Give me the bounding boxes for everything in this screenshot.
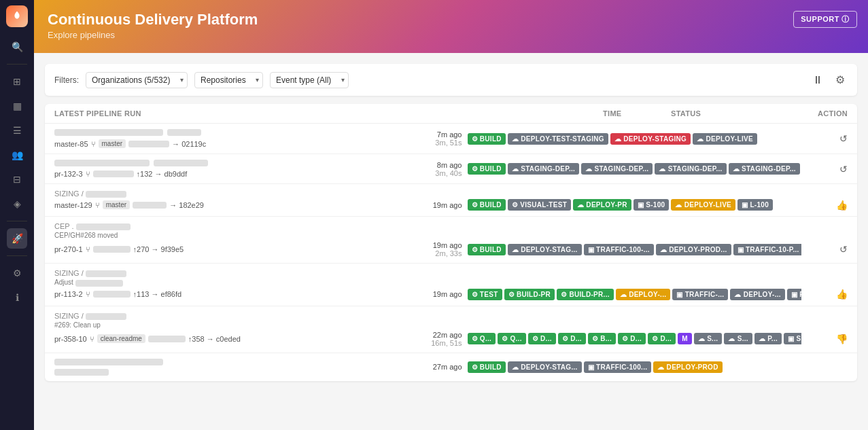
section-label-3: SIZING /: [54, 190, 848, 198]
page-header: Continuous Delivery Platform Explore pip…: [34, 0, 868, 53]
stage-icon: ☁: [659, 165, 665, 173]
stage-staging-dep-1: ☁STAGING-DEP...: [508, 163, 579, 175]
stage-icon: ☁: [577, 201, 584, 209]
row-meta-2: pr-132-3 ⑂ ↑132 → db9ddf: [54, 160, 389, 178]
stage-deploy-test-1: ☁DEPLOY-TEST-STAGING: [508, 133, 608, 145]
stage-icon: ⚙: [472, 201, 478, 209]
commit-2: ↑132 → db9ddf: [137, 170, 188, 178]
stage-deploy-prod-4: ☁DEPLOY-PROD...: [656, 244, 731, 255]
repo-filter[interactable]: Repositories: [194, 72, 263, 88]
section-label-4: CEP .: [54, 222, 848, 230]
stage-traffic-5: ▣TRAFFIC-...: [672, 289, 728, 300]
stage-icon: ☁: [657, 363, 664, 371]
sidebar-divider-3: [7, 255, 27, 256]
table-row: SIZING / master-129 ⑂ master → 182e29 19…: [45, 184, 857, 217]
stage-icon: ▣: [742, 201, 748, 209]
stage-b1-6: ⚙B...: [588, 333, 616, 344]
table-row: 27m ago ⚙BUILD ☁DEPLOY-STAG... ▣TRAFFIC-…: [45, 353, 857, 381]
stage-icon: ⚙: [502, 335, 508, 342]
stage-icon: ⚙: [508, 291, 515, 298]
support-button[interactable]: SUPPORT ⓘ: [793, 11, 857, 28]
repo-id-3: master-129: [54, 201, 92, 209]
stage-d1-6: ⚙D...: [528, 333, 556, 344]
time-col-2: 8m ago 3m, 40s: [394, 161, 462, 177]
row-meta-1: master-85 ⑂ master → 02119c: [54, 129, 389, 148]
branch-info-6: pr-358-10 ⑂ clean-readme ↑358 → c0eded: [54, 334, 389, 343]
repo-name-blur-7: [54, 359, 163, 365]
sidebar-item-settings[interactable]: ⚙: [7, 263, 27, 283]
stage-traffic100-7: ▣TRAFFIC-100...: [584, 361, 652, 373]
repo-id-2: pr-132-3: [54, 170, 83, 178]
sidebar-item-info[interactable]: ℹ: [7, 287, 27, 308]
stages-6: ⚙Q... ⚙Q... ⚙D... ⚙D... ⚙B... ⚙D... ⚙D..…: [468, 333, 802, 344]
sidebar-item-list[interactable]: ☰: [7, 120, 27, 141]
col-time: Time: [603, 109, 671, 118]
section-sub-4: CEP/GH#268 moved: [54, 232, 848, 239]
pause-button[interactable]: ⏸: [810, 71, 826, 89]
sidebar-item-search[interactable]: 🔍: [7, 37, 27, 57]
stage-icon: ☁: [620, 291, 627, 298]
stage-staging-dep-4: ☁STAGING-DEP...: [729, 163, 800, 175]
time-duration-1: 3m, 51s: [394, 139, 462, 147]
row-meta-5: pr-113-2 ⑂ ↑113 → ef86fd: [54, 290, 389, 298]
branch-icon-5: ⑂: [86, 290, 90, 298]
thumbsup-button-3[interactable]: 👍: [836, 200, 848, 211]
section-label-6: SIZING /: [54, 312, 848, 320]
thumbsup-button-5[interactable]: 👍: [836, 289, 848, 300]
refresh-button-4[interactable]: ↺: [839, 244, 848, 255]
stage-icon: ☁: [697, 135, 704, 143]
stage-icon: ▣: [588, 246, 594, 253]
user-blur-4: [93, 246, 131, 253]
event-filter[interactable]: Event type (All): [270, 72, 349, 88]
user-blur-2: [93, 171, 134, 177]
app-logo[interactable]: [6, 5, 28, 27]
branch-icon-3: ⑂: [95, 201, 100, 209]
stage-icon: ▣: [791, 291, 797, 298]
settings-button[interactable]: ⚙: [833, 71, 848, 89]
stage-icon: ⚙: [472, 246, 478, 253]
stage-deploy-live-3: ☁DEPLOY-LIVE: [671, 199, 735, 211]
stage-icon: ☁: [512, 135, 519, 143]
org-filter[interactable]: Organizations (5/532): [86, 72, 188, 88]
sidebar-item-grid[interactable]: ▦: [7, 96, 27, 116]
sidebar-item-rocket[interactable]: 🚀: [7, 228, 27, 249]
sidebar-item-users[interactable]: 👥: [7, 145, 27, 165]
table-row: pr-132-3 ⑂ ↑132 → db9ddf 8m ago 3m, 40s …: [45, 154, 857, 184]
branch-tag-6: clean-readme: [97, 334, 145, 343]
stage-s1-6: ☁S...: [694, 333, 723, 344]
thumbsdown-button-6[interactable]: 👎: [836, 334, 848, 344]
action-col-5: 👍: [807, 289, 848, 300]
stage-icon: ⚙: [512, 201, 518, 209]
stage-icon: ☁: [675, 201, 682, 209]
commit-6: ↑358 → c0eded: [188, 335, 241, 343]
stage-deploy-5b: ☁DEPLOY-...: [730, 289, 785, 300]
branch-tag-3: master: [103, 200, 131, 209]
stage-traffic10-4: ▣TRAFFIC-10-P...: [733, 244, 801, 255]
time-col-1: 7m ago 3m, 51s: [394, 130, 462, 147]
stage-icon: ⚙: [561, 291, 567, 298]
sidebar-divider-2: [7, 221, 27, 221]
refresh-button-2[interactable]: ↺: [839, 164, 848, 175]
time-ago-6: 22m ago: [394, 331, 462, 339]
stage-d3-6: ⚙D...: [618, 333, 646, 344]
sidebar-item-modules[interactable]: ⊟: [7, 169, 27, 190]
sidebar-item-home[interactable]: ⊞: [7, 71, 27, 92]
pipeline-table: Latest pipeline run Time Status Action m…: [45, 104, 857, 381]
stage-build-7: ⚙BUILD: [468, 361, 506, 373]
stage-icon: ⚙: [532, 335, 538, 342]
sidebar-divider-1: [7, 64, 27, 65]
stage-icon: ☁: [614, 135, 621, 143]
stage-deploy-pr-3: ☁DEPLOY-PR: [573, 199, 631, 211]
sidebar-item-chart[interactable]: ◈: [7, 194, 27, 214]
stage-l100-3: ▣L-100: [737, 199, 773, 211]
branch-icon-2: ⑂: [86, 170, 90, 178]
stage-icon: ⚙: [472, 363, 478, 371]
action-col-4: ↺: [807, 244, 848, 255]
section-sub-6: #269: Clean up: [54, 321, 848, 329]
refresh-button-1[interactable]: ↺: [839, 133, 848, 144]
branch-info-1: master-85 ⑂ master → 02119c: [54, 139, 389, 148]
repo-id-5: pr-113-2: [54, 290, 83, 298]
stage-traffic100-4: ▣TRAFFIC-100-...: [584, 244, 654, 255]
stage-staging-dep-2: ☁STAGING-DEP...: [581, 163, 653, 175]
content-area: Filters: Organizations (5/532) Repositor…: [34, 53, 868, 430]
